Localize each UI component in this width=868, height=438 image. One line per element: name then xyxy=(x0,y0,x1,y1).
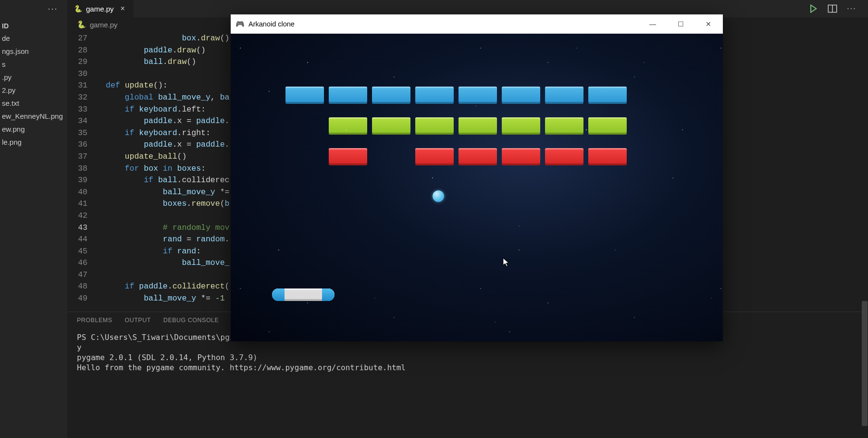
brick xyxy=(502,117,540,135)
brick xyxy=(459,87,497,104)
minimize-icon[interactable]: — xyxy=(646,20,659,28)
game-window: 🎮 Arkanoid clone — ☐ ✕ xyxy=(231,14,723,341)
python-file-icon: 🐍 xyxy=(77,20,86,29)
brick xyxy=(459,148,497,165)
scrollbar-thumb[interactable] xyxy=(862,301,868,426)
explorer-file-item[interactable]: 2.py xyxy=(0,84,67,97)
game-titlebar[interactable]: 🎮 Arkanoid clone — ☐ ✕ xyxy=(231,14,723,34)
brick xyxy=(285,87,324,104)
line-number-gutter: 2728293031323334353637383940414243444546… xyxy=(67,32,96,305)
editor-scrollbar[interactable] xyxy=(861,32,868,426)
game-window-title: Arkanoid clone xyxy=(248,20,295,28)
brick xyxy=(588,87,627,104)
close-window-icon[interactable]: ✕ xyxy=(702,20,715,28)
panel-tab[interactable]: DEBUG CONSOLE xyxy=(163,317,219,324)
brick xyxy=(588,148,627,165)
brick xyxy=(502,148,540,165)
brick xyxy=(459,117,497,135)
python-file-icon: 🐍 xyxy=(74,5,82,13)
close-icon[interactable]: × xyxy=(121,4,125,13)
brick xyxy=(329,87,367,104)
explorer-file-item[interactable]: de xyxy=(0,32,67,45)
explorer-file-item[interactable]: le.png xyxy=(0,136,67,149)
maximize-icon[interactable]: ☐ xyxy=(674,20,687,28)
brick xyxy=(545,87,583,104)
breadcrumb-filename: game.py xyxy=(90,21,118,29)
brick xyxy=(545,148,583,165)
explorer-sidebar: ID dengs.jsons.py2.pyse.txtew_KenneyNL.p… xyxy=(0,17,67,438)
brick xyxy=(372,117,410,135)
brick xyxy=(545,117,583,135)
tab-filename: game.py xyxy=(86,5,114,13)
explorer-file-item[interactable]: ew_KenneyNL.png xyxy=(0,110,67,123)
explorer-more-icon[interactable]: ··· xyxy=(41,0,65,17)
explorer-file-item[interactable]: se.txt xyxy=(0,97,67,110)
mouse-cursor-icon xyxy=(503,258,509,267)
brick xyxy=(372,87,410,104)
run-icon[interactable] xyxy=(808,4,818,13)
brick xyxy=(415,148,454,165)
explorer-file-item[interactable]: ngs.json xyxy=(0,45,67,58)
split-editor-icon[interactable] xyxy=(828,4,837,13)
brick xyxy=(588,117,627,135)
game-app-icon: 🎮 xyxy=(236,20,245,28)
brick xyxy=(415,87,454,104)
ball xyxy=(433,190,444,202)
brick xyxy=(415,117,454,135)
panel-tab[interactable]: PROBLEMS xyxy=(77,317,112,324)
explorer-file-item[interactable]: s xyxy=(0,58,67,71)
panel-tab[interactable]: OUTPUT xyxy=(124,317,150,324)
code-content[interactable]: box.draw() paddle.draw() ball.draw() def… xyxy=(106,33,229,305)
more-actions-icon[interactable]: ··· xyxy=(847,4,856,13)
brick xyxy=(502,87,540,104)
explorer-folder-name[interactable]: ID xyxy=(0,20,67,32)
game-canvas xyxy=(231,34,723,341)
explorer-file-item[interactable]: .py xyxy=(0,71,67,84)
brick xyxy=(329,117,367,135)
explorer-file-item[interactable]: ew.png xyxy=(0,123,67,136)
paddle xyxy=(272,288,335,301)
brick xyxy=(329,148,367,165)
editor-tab-game-py[interactable]: 🐍 game.py × xyxy=(67,0,134,17)
